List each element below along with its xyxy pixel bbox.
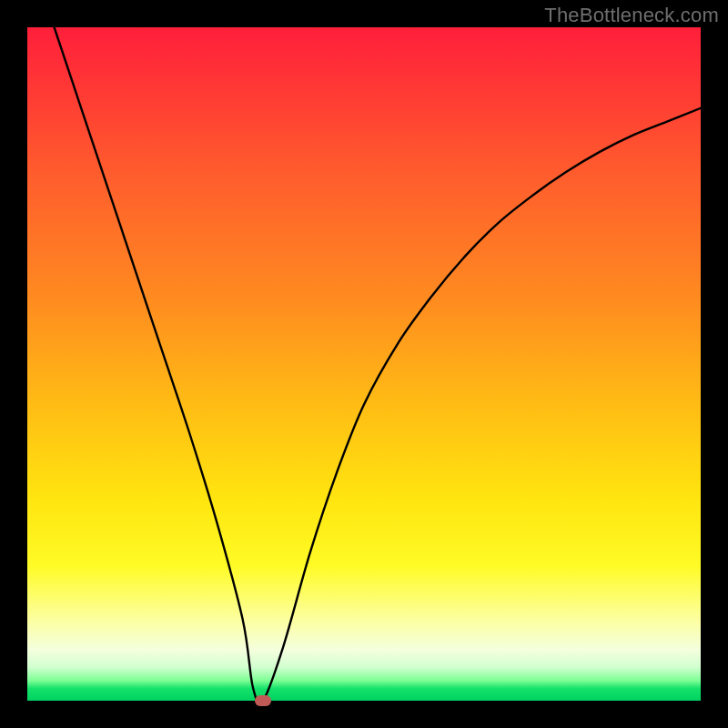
plot-area	[27, 27, 701, 701]
optimal-point-marker	[255, 695, 271, 706]
bottleneck-curve	[55, 27, 701, 701]
chart-frame: TheBottleneck.com	[0, 0, 728, 728]
curve-svg	[27, 27, 701, 701]
watermark-text: TheBottleneck.com	[544, 4, 719, 27]
